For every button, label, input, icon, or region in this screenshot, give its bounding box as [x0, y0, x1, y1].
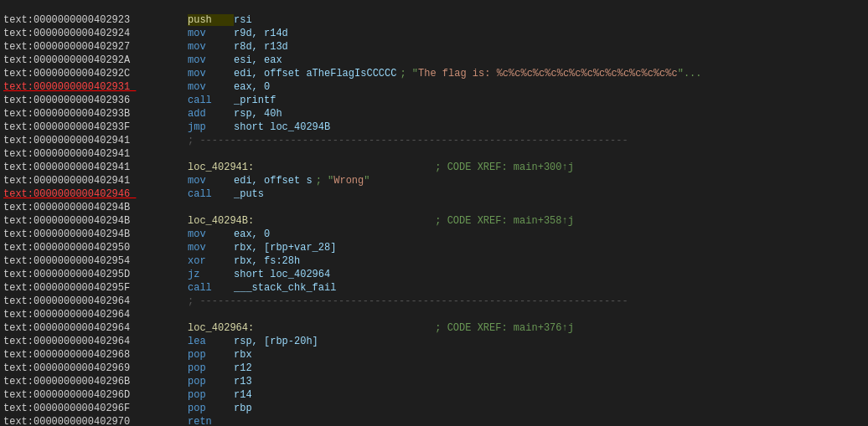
code-line[interactable]: text:0000000000402954 xorrbx, fs:28h — [0, 254, 868, 268]
addr: text:0000000000402969 — [3, 362, 188, 374]
code-line[interactable]: text:000000000040296B popr13 — [0, 375, 868, 388]
addr: text:000000000040295F — [3, 282, 188, 294]
addr: text:000000000040294B — [3, 228, 188, 240]
code-line[interactable]: text:000000000040294B moveax, 0 — [0, 228, 868, 241]
code-line[interactable]: text:000000000040296F poprbp — [0, 402, 868, 415]
addr: text:0000000000402927 — [3, 41, 188, 53]
code-line[interactable]: text:0000000000402941 movedi, offset s; … — [0, 174, 868, 187]
addr: text:000000000040293F — [3, 121, 188, 133]
mnemonic: pop — [188, 389, 234, 401]
code-line[interactable]: text:0000000000402950 movrbx, [rbp+var_2… — [0, 241, 868, 254]
mnemonic: mov — [188, 54, 234, 66]
separator: ; --------------------------------------… — [188, 295, 628, 307]
operands: esi, eax — [234, 54, 282, 66]
addr: text:0000000000402941 — [3, 175, 188, 187]
addr: text:0000000000402931 — [3, 81, 188, 93]
code-line[interactable]: text:0000000000402968 poprbx — [0, 348, 868, 362]
operands: r14 — [234, 389, 252, 401]
code-line[interactable]: text:0000000000402924 movr9d, r14d — [0, 27, 868, 40]
code-line[interactable]: text:000000000040295F call___stack_chk_f… — [0, 281, 868, 295]
mnemonic: push — [188, 14, 234, 26]
mnemonic: mov — [188, 175, 234, 187]
mnemonic: mov — [188, 41, 234, 53]
mnemonic: jz — [188, 269, 234, 280]
operands: rbx, [rbp+var_28] — [234, 242, 336, 254]
addr: text:0000000000402950 — [3, 242, 188, 254]
code-line[interactable]: text:000000000040294B loc_40294B: ; CODE… — [0, 214, 868, 228]
code-line[interactable]: text:000000000040293F jmpshort loc_40294… — [0, 121, 868, 134]
addr: text:0000000000402941 — [3, 135, 188, 146]
addr: text:000000000040294B — [3, 202, 188, 213]
label: loc_40294B: — [188, 215, 254, 227]
addr: text:0000000000402954 — [3, 255, 188, 267]
mnemonic: mov — [188, 228, 234, 240]
mnemonic: mov — [188, 28, 234, 39]
code-line[interactable]: text:0000000000402941 loc_402941: ; CODE… — [0, 161, 868, 174]
code-line[interactable]: text:000000000040292C movedi, offset aTh… — [0, 67, 868, 80]
addr: text:0000000000402936 — [3, 95, 188, 106]
addr: text:0000000000402941 — [3, 148, 188, 160]
mnemonic: pop — [188, 349, 234, 361]
code-line[interactable]: text:000000000040293B addrsp, 40h — [0, 107, 868, 121]
mnemonic: add — [188, 108, 234, 120]
code-line[interactable]: text:0000000000402964 learsp, [rbp-20h] — [0, 335, 868, 348]
mnemonic: jmp — [188, 121, 234, 133]
comment: ; CODE XREF: main+358↑j — [254, 215, 574, 227]
label: loc_402964: — [188, 322, 254, 334]
code-line[interactable]: text:0000000000402964 ; ----------------… — [0, 295, 868, 308]
code-line[interactable]: text:0000000000402970 retn — [0, 415, 868, 426]
code-line[interactable]: text:0000000000402931 moveax, 0 — [0, 80, 868, 94]
addr: text:000000000040295D — [3, 269, 188, 280]
code-line[interactable]: text:0000000000402946 call_puts — [0, 187, 868, 201]
label: loc_402941: — [188, 162, 254, 173]
operands: rsp, [rbp-20h] — [234, 336, 318, 347]
addr: text:000000000040292A — [3, 54, 188, 66]
code-line[interactable]: text:000000000040294B — [0, 201, 868, 214]
code-line[interactable]: text:000000000040292A movesi, eax — [0, 54, 868, 67]
addr: text:000000000040292C — [3, 68, 188, 80]
comment: ; "The flag is: %c%c%c%c%c%c%c%c%c%c%c%c… — [400, 68, 701, 80]
addr: text:0000000000402964 — [3, 295, 188, 307]
operands: short loc_402964 — [234, 269, 330, 280]
mnemonic: mov — [188, 242, 234, 254]
operands: rbp — [234, 403, 252, 414]
code-line[interactable]: text:0000000000402964 — [0, 308, 868, 321]
addr: text:0000000000402923 — [3, 14, 188, 26]
code-line[interactable]: text:0000000000402969 popr12 — [0, 362, 868, 375]
operands: eax, 0 — [234, 228, 270, 240]
addr: text:0000000000402964 — [3, 336, 188, 347]
addr: text:0000000000402968 — [3, 349, 188, 361]
operands: rbx — [234, 349, 252, 361]
addr: text:000000000040293B — [3, 108, 188, 120]
code-line[interactable]: text:0000000000402923 pushrsi — [0, 13, 868, 27]
operands: r13 — [234, 376, 252, 388]
operands: rsp, 40h — [234, 108, 282, 120]
mnemonic: call — [188, 188, 234, 200]
addr: text:0000000000402964 — [3, 309, 188, 321]
addr: text:0000000000402941 — [3, 162, 188, 173]
code-line[interactable]: text:0000000000402941 — [0, 147, 868, 161]
mnemonic: call — [188, 282, 234, 294]
addr: text:000000000040296D — [3, 389, 188, 401]
addr: text:0000000000402964 — [3, 322, 188, 334]
operands: edi, offset s — [234, 175, 313, 187]
code-line[interactable]: text:0000000000402927 movr8d, r13d — [0, 40, 868, 54]
mnemonic: retn — [188, 416, 234, 426]
mnemonic: pop — [188, 362, 234, 374]
operands: edi, offset aTheFlagIsCCCCC — [234, 68, 396, 80]
separator: ; --------------------------------------… — [188, 135, 628, 146]
code-line[interactable]: text:0000000000402964 loc_402964: ; CODE… — [0, 321, 868, 335]
mnemonic: pop — [188, 403, 234, 414]
mnemonic: lea — [188, 336, 234, 347]
operands: eax, 0 — [234, 81, 270, 93]
addr: text:000000000040296B — [3, 376, 188, 388]
operands: r12 — [234, 362, 252, 374]
code-line[interactable]: text:000000000040296D popr14 — [0, 388, 868, 402]
mnemonic: pop — [188, 376, 234, 388]
code-view: text:0000000000402923 pushrsitext:000000… — [0, 0, 868, 426]
mnemonic: mov — [188, 81, 234, 93]
operands: rsi — [234, 14, 252, 26]
code-line[interactable]: text:0000000000402936 call_printf — [0, 94, 868, 107]
code-line[interactable]: text:0000000000402941 ; ----------------… — [0, 134, 868, 147]
code-line[interactable]: text:000000000040295D jzshort loc_402964 — [0, 268, 868, 281]
